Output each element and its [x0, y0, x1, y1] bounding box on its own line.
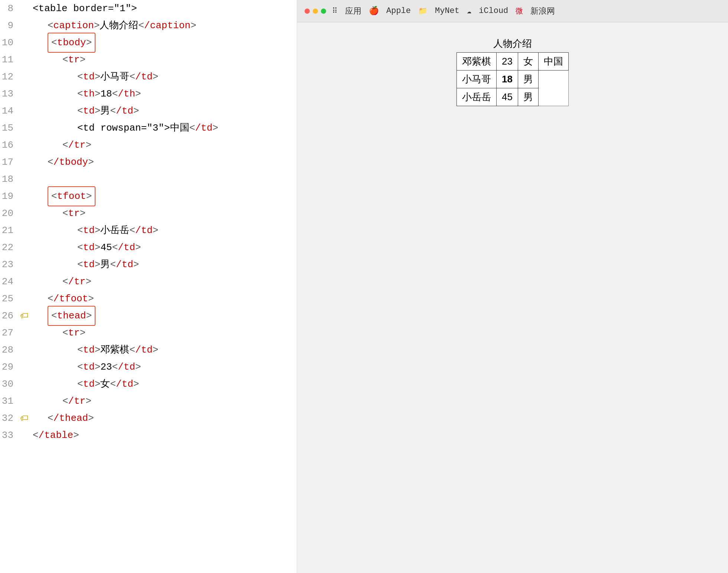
toolbar-item-sina[interactable]: 新浪网	[530, 6, 555, 17]
code-text: <tr>	[29, 51, 297, 68]
code-text: <td>45</td>	[29, 239, 297, 256]
code-line: 24</tr>	[0, 273, 297, 290]
grid-icon: ⠿	[332, 6, 338, 16]
preview-table: 人物介绍 邓紫棋 23 女 中国 小马哥 18 男 小岳岳	[456, 37, 569, 106]
toolbar-nav-items: ⠿ 应用 🍎 Apple 📁 MyNet ☁️ iCloud 微 新浪网	[332, 6, 555, 17]
line-number: 11	[0, 51, 19, 68]
code-line: 20<tr>	[0, 205, 297, 222]
code-line: 22<td>45</td>	[0, 239, 297, 256]
table-cell: 邓紫棋	[457, 53, 497, 71]
apple-icon: 🍎	[369, 6, 379, 16]
line-number: 14	[0, 102, 19, 119]
line-number: 22	[0, 239, 19, 256]
code-line: 26🏷<thead>	[0, 307, 297, 324]
code-text: </tr>	[29, 393, 297, 410]
code-line: 23<td>男</td>	[0, 256, 297, 273]
code-line: 10<tbody>	[0, 34, 297, 51]
table-cell: 女	[518, 53, 538, 71]
code-line: 33</table>	[0, 427, 297, 444]
table-cell: 男	[518, 88, 538, 106]
code-text: </thead>	[29, 410, 297, 427]
bookmark-icon: 🏷	[19, 413, 29, 423]
close-button[interactable]	[305, 9, 310, 14]
table-header-cell: 18	[497, 71, 518, 88]
code-text: <caption>人物介绍</caption>	[29, 17, 297, 34]
line-number: 10	[0, 34, 19, 51]
code-line: 19<tfoot>	[0, 188, 297, 205]
highlighted-tag: <tbody>	[48, 33, 95, 53]
code-text: <td>小岳岳</td>	[29, 222, 297, 239]
toolbar-item-yingyong[interactable]: 应用	[345, 6, 361, 17]
code-text: </tbody>	[29, 154, 297, 171]
line-number: 19	[0, 188, 19, 205]
code-line: 17</tbody>	[0, 154, 297, 171]
line-number: 29	[0, 358, 19, 376]
line-number: 18	[0, 171, 19, 188]
table-cell: 小马哥	[457, 71, 497, 88]
table-cell: 小岳岳	[457, 88, 497, 106]
code-text: <tbody>	[29, 33, 297, 53]
code-text: <thead>	[29, 306, 297, 326]
code-line: 12<td>小马哥</td>	[0, 68, 297, 85]
code-text	[29, 171, 297, 188]
code-line: 29<td>23</td>	[0, 358, 297, 376]
code-text: <td>女</td>	[29, 376, 297, 393]
table-row: 小岳岳 45 男	[457, 88, 569, 106]
icloud-icon: ☁️	[467, 6, 471, 16]
code-text: </tr>	[29, 273, 297, 290]
line-number: 12	[0, 68, 19, 85]
code-text: <tfoot>	[29, 186, 297, 206]
code-line: 32🏷</thead>	[0, 410, 297, 427]
code-text: <tr>	[29, 324, 297, 341]
code-line: 18	[0, 171, 297, 188]
code-text: <table border="1">	[29, 0, 297, 17]
folder-icon: 📁	[418, 6, 428, 16]
code-line: 31</tr>	[0, 393, 297, 410]
code-text: </tr>	[29, 137, 297, 154]
code-line: 9<caption>人物介绍</caption>	[0, 17, 297, 34]
line-number: 26	[0, 307, 19, 324]
code-line: 13<th>18</th>	[0, 85, 297, 102]
line-number: 32	[0, 410, 19, 427]
line-number: 8	[0, 0, 19, 17]
highlighted-tag: <thead>	[48, 306, 95, 326]
code-line: 28<td>邓紫棋</td>	[0, 341, 297, 358]
line-number: 16	[0, 137, 19, 154]
code-line: 30<td>女</td>	[0, 376, 297, 393]
browser-toolbar: ⠿ 应用 🍎 Apple 📁 MyNet ☁️ iCloud 微 新浪网	[297, 0, 728, 22]
code-text: </table>	[29, 427, 297, 444]
code-text: </tfoot>	[29, 290, 297, 307]
table-cell: 23	[497, 53, 518, 71]
code-text: <td>邓紫棋</td>	[29, 341, 297, 358]
code-text: <td>小马哥</td>	[29, 68, 297, 85]
code-editor: 8<table border="1">9<caption>人物介绍</capti…	[0, 0, 297, 573]
highlighted-tag: <tfoot>	[48, 186, 95, 206]
table-row: 邓紫棋 23 女 中国	[457, 53, 569, 71]
line-number: 28	[0, 341, 19, 358]
line-number: 25	[0, 290, 19, 307]
minimize-button[interactable]	[313, 9, 318, 14]
code-text: <tr>	[29, 205, 297, 222]
toolbar-item-icloud[interactable]: iCloud	[479, 6, 508, 16]
line-number: 27	[0, 324, 19, 341]
table-cell: 45	[497, 88, 518, 106]
table-cell: 男	[518, 71, 538, 88]
code-line: 8<table border="1">	[0, 0, 297, 17]
line-number: 20	[0, 205, 19, 222]
line-number: 13	[0, 85, 19, 102]
maximize-button[interactable]	[321, 9, 326, 14]
toolbar-item-mynet[interactable]: MyNet	[435, 6, 459, 16]
table-caption: 人物介绍	[456, 37, 569, 50]
table-row: 小马哥 18 男	[457, 71, 569, 88]
window-controls	[305, 9, 326, 14]
preview-area: 人物介绍 邓紫棋 23 女 中国 小马哥 18 男 小岳岳	[297, 22, 728, 573]
line-number: 21	[0, 222, 19, 239]
code-text: <th>18</th>	[29, 85, 297, 102]
toolbar-item-apple[interactable]: Apple	[386, 6, 411, 16]
line-number: 24	[0, 273, 19, 290]
code-line: 16</tr>	[0, 137, 297, 154]
line-number: 31	[0, 393, 19, 410]
code-line: 21<td>小岳岳</td>	[0, 222, 297, 239]
line-number: 30	[0, 376, 19, 393]
line-number: 23	[0, 256, 19, 273]
